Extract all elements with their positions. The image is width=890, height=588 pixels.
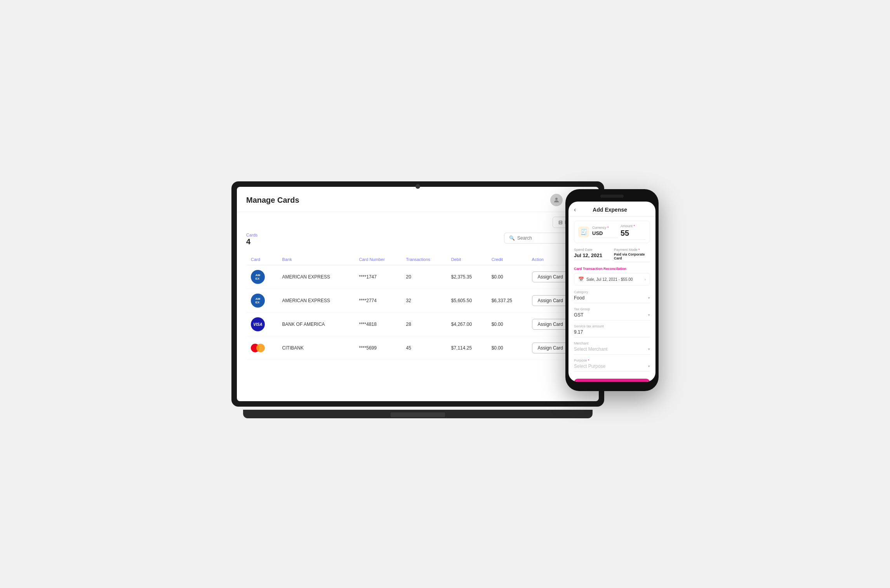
mastercard-logo (251, 341, 265, 355)
table-row: AMEXAMERICAN EXPRESS****174720$2,375.35$… (246, 265, 589, 289)
spend-date-label: Spend Date (574, 248, 610, 252)
category-chevron-icon: ▾ (648, 296, 650, 300)
table-area: Cards 4 🔍 Card Bank (237, 233, 599, 401)
visa-logo: VISA (251, 317, 265, 331)
phone-title: Add Expense (593, 207, 627, 213)
card-transaction-label: Card Transaction Reconcilation (574, 267, 650, 271)
amount-label: Amount * (621, 224, 646, 228)
laptop-trackpad (391, 412, 445, 417)
table-body: AMEXAMERICAN EXPRESS****174720$2,375.35$… (246, 265, 589, 360)
amount-field[interactable]: Amount * 55 (621, 224, 646, 240)
col-card: Card (246, 254, 278, 265)
cards-table: Card Bank Card Number Transactions Debit… (246, 254, 589, 360)
cell-transactions: 28 (401, 313, 446, 336)
card-logo-cell: VISA (246, 313, 278, 336)
amex-logo: AMEX (251, 294, 265, 308)
service-tax-value: 9.17 (574, 329, 650, 337)
col-card-number: Card Number (355, 254, 402, 265)
cards-number: 4 (246, 237, 257, 246)
cell-debit: $2,375.35 (447, 265, 487, 289)
tax-group-field[interactable]: Tax Group GST ▾ (574, 307, 650, 320)
cell-transactions: 20 (401, 265, 446, 289)
phone-screen: ‹ Add Expense 🧾 Currency * USD (568, 202, 655, 382)
cell-credit: $6,337.25 (487, 289, 527, 313)
laptop-base (243, 410, 593, 418)
search-icon: 🔍 (509, 235, 515, 241)
save-expense-button[interactable]: Save Expense (574, 379, 650, 382)
toolbar: ⊟ Filters ▾ (237, 212, 599, 233)
currency-field[interactable]: Currency * USD (592, 226, 617, 238)
assign-card-button[interactable]: Assign Card (532, 319, 569, 330)
cell-credit: $0.00 (487, 313, 527, 336)
cell-card-number: ****1747 (355, 265, 402, 289)
expense-icon: 🧾 (578, 226, 589, 237)
cell-bank: AMERICAN EXPRESS (278, 265, 355, 289)
cell-transactions: 32 (401, 289, 446, 313)
cell-card-number: ****5699 (355, 336, 402, 360)
tax-group-label: Tax Group (574, 307, 650, 311)
svg-point-0 (555, 198, 558, 200)
assign-card-button[interactable]: Assign Card (532, 271, 569, 282)
col-transactions: Transactions (401, 254, 446, 265)
card-logo-cell: AMEX (246, 265, 278, 289)
transaction-item[interactable]: 📅 Sale, Jul 12, 2021 - $55.00 › (574, 273, 650, 285)
tax-group-chevron-icon: ▾ (648, 313, 650, 317)
category-label: Category (574, 290, 650, 294)
currency-value: USD (592, 230, 617, 238)
phone-body: 🧾 Currency * USD Amount * 55 (568, 217, 655, 382)
service-tax-field[interactable]: Service tax amount 9.17 (574, 324, 650, 337)
calendar-icon: 📅 (578, 277, 584, 282)
phone: ‹ Add Expense 🧾 Currency * USD (565, 189, 659, 391)
payment-mode-label: Payment Mode * (614, 248, 650, 252)
assign-card-button[interactable]: Assign Card (532, 343, 569, 353)
cell-credit: $0.00 (487, 336, 527, 360)
col-debit: Debit (447, 254, 487, 265)
laptop-screen: Manage Cards ADMIN FYLE - US ▾ (237, 187, 599, 401)
purpose-chevron-icon: ▾ (648, 364, 650, 368)
card-transaction-section: Card Transaction Reconcilation 📅 Sale, J… (574, 267, 650, 285)
amex-logo: AMEX (251, 270, 265, 284)
laptop-header: Manage Cards ADMIN FYLE - US ▾ (237, 187, 599, 212)
table-row: VISABANK OF AMERICA****481828$4,267.00$0… (246, 313, 589, 336)
currency-label: Currency * (592, 226, 617, 230)
filter-icon: ⊟ (558, 219, 563, 225)
purpose-field[interactable]: Purpose * Select Purpose ▾ (574, 358, 650, 372)
purpose-value: Select Purpose ▾ (574, 364, 650, 372)
cell-bank: BANK OF AMERICA (278, 313, 355, 336)
amount-value: 55 (621, 229, 646, 240)
col-bank: Bank (278, 254, 355, 265)
date-payment-row: Spend Date Jul 12, 2021 Payment Mode * P… (574, 248, 650, 262)
back-button[interactable]: ‹ (574, 206, 576, 213)
cards-count: Cards 4 (246, 233, 257, 246)
category-value: Food ▾ (574, 295, 650, 303)
table-header: Card Bank Card Number Transactions Debit… (246, 254, 589, 265)
transaction-info: 📅 Sale, Jul 12, 2021 - $55.00 (578, 277, 633, 282)
table-row: AMEXAMERICAN EXPRESS****277432$5,605.50$… (246, 289, 589, 313)
purpose-label: Purpose * (574, 358, 650, 362)
merchant-chevron-icon: ▾ (648, 347, 650, 351)
merchant-field[interactable]: Merchant Select Merchant ▾ (574, 341, 650, 355)
cards-label: Cards (246, 233, 257, 237)
spend-date-field[interactable]: Spend Date Jul 12, 2021 (574, 248, 610, 262)
cell-bank: AMERICAN EXPRESS (278, 289, 355, 313)
cell-debit: $7,114.25 (447, 336, 487, 360)
assign-card-button[interactable]: Assign Card (532, 295, 569, 306)
payment-mode-field[interactable]: Payment Mode * Paid via Corporate Card (614, 248, 650, 262)
phone-header: ‹ Add Expense (568, 202, 655, 217)
payment-mode-value: Paid via Corporate Card (614, 252, 650, 262)
laptop: Manage Cards ADMIN FYLE - US ▾ (231, 181, 604, 418)
cell-card-number: ****4818 (355, 313, 402, 336)
cell-debit: $4,267.00 (447, 313, 487, 336)
table-row: CITIBANK****569945$7,114.25$0.00Assign C… (246, 336, 589, 360)
merchant-value: Select Merchant ▾ (574, 346, 650, 355)
laptop-body: Manage Cards ADMIN FYLE - US ▾ (231, 181, 604, 407)
category-field[interactable]: Category Food ▾ (574, 290, 650, 303)
cell-debit: $5,605.50 (447, 289, 487, 313)
card-logo-cell (246, 336, 278, 360)
tax-group-value: GST ▾ (574, 312, 650, 320)
card-logo-cell: AMEX (246, 289, 278, 313)
col-credit: Credit (487, 254, 527, 265)
transaction-text: Sale, Jul 12, 2021 - $55.00 (586, 277, 633, 282)
service-tax-label: Service tax amount (574, 324, 650, 328)
avatar (550, 194, 563, 206)
